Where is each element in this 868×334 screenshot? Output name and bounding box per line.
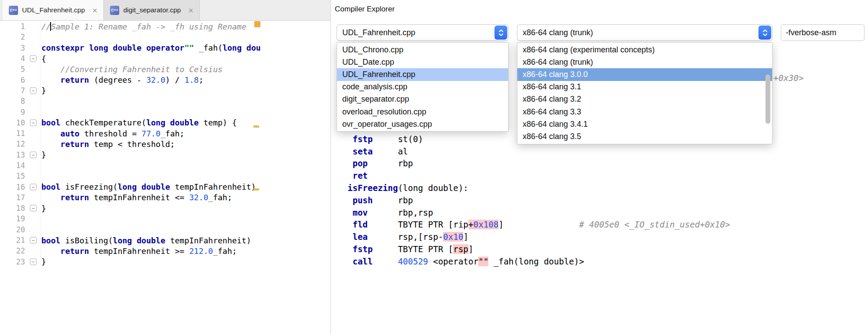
editor-gutter[interactable]: 4−: [0, 53, 40, 64]
code-line: 16−bool isFreezing(long double tempInFah…: [0, 181, 330, 192]
code-segment: "": [184, 43, 194, 52]
line-number: 19: [16, 214, 40, 223]
code-segment: return: [60, 193, 89, 202]
asm-line: fld TBYTE PTR [rip+0x108] # 4005e0 <_IO_…: [348, 219, 868, 231]
code-segment: bool: [41, 236, 60, 245]
panel-title: Compiler Explorer: [335, 5, 395, 14]
editor-gutter[interactable]: 7−: [0, 85, 40, 96]
code-segment: fld: [348, 220, 368, 229]
scrollbar-mark-usage-2[interactable]: [253, 188, 259, 191]
asm-line: mov rbp,rsp: [348, 207, 868, 219]
editor-gutter[interactable]: 21−: [0, 235, 40, 246]
editor-gutter[interactable]: 8: [0, 96, 40, 106]
fold-toggle-icon[interactable]: −: [30, 237, 37, 244]
line-number: 15: [16, 172, 40, 180]
code-line: 13−}: [0, 150, 330, 160]
editor-gutter[interactable]: 3: [0, 43, 40, 53]
compiler-popup-item[interactable]: x86-64 clang 3.4.1: [517, 118, 772, 130]
source-popup-item[interactable]: overload_resolution.cpp: [337, 106, 508, 118]
tab-close-icon[interactable]: ×: [92, 6, 97, 15]
code-segment: return: [60, 246, 89, 256]
code-text: //Sample 1: Rename _fah -> _fh using Ren…: [40, 22, 246, 31]
compiler-popup-item[interactable]: x86-64 clang 3.5: [517, 130, 772, 143]
code-text: return temp < threshold;: [40, 139, 175, 149]
line-number: 1: [21, 22, 40, 31]
source-popup-item[interactable]: digit_separator.cpp: [337, 93, 508, 106]
editor-gutter[interactable]: 2: [0, 32, 40, 42]
source-file-combo[interactable]: UDL_Fahrenheit.cpp: [337, 24, 509, 41]
source-popup-item[interactable]: UDL_Date.cpp: [337, 56, 508, 68]
source-popup-item[interactable]: code_analysis.cpp: [337, 81, 508, 93]
code-segment: (long double):: [398, 183, 468, 193]
code-segment: 1.8: [184, 75, 199, 84]
code-segment: seta: [348, 147, 373, 156]
code-line: 17 return tempInFahrenheit <= 32.0_fah;: [0, 192, 330, 203]
editor-gutter[interactable]: 5: [0, 64, 40, 74]
code-line: 3constexpr long double operator"" _fah(l…: [0, 43, 330, 53]
compiler-popup-item[interactable]: x86-64 clang 3.0.0: [517, 68, 772, 81]
editor-gutter[interactable]: 14: [0, 160, 40, 171]
asm-line: seta al: [348, 146, 868, 158]
code-segment: bool: [41, 118, 60, 127]
code-text: return (degrees - 32.0) / 1.8;: [40, 75, 204, 84]
editor-gutter[interactable]: 19: [0, 213, 40, 224]
editor-gutter[interactable]: 15: [0, 171, 40, 181]
editor-gutter[interactable]: 13−: [0, 150, 40, 160]
code-segment: [41, 193, 60, 202]
code-line: 11 auto threshold = 77.0_fah;: [0, 128, 330, 139]
editor-gutter[interactable]: 18−: [0, 203, 40, 213]
chevron-up-down-icon[interactable]: [494, 26, 507, 40]
code-segment: [41, 75, 60, 84]
editor-gutter[interactable]: 20: [0, 224, 40, 235]
code-segment: [41, 139, 60, 149]
editor-lines: 1//Sample 1: Rename _fah -> _fh using Re…: [0, 21, 330, 267]
editor-gutter[interactable]: 10−: [0, 117, 40, 128]
tab-digit-separator-cpp[interactable]: C++ digit_separator.cpp ×: [104, 0, 200, 20]
chevron-up-down-icon[interactable]: [758, 26, 771, 40]
editor-gutter[interactable]: 11: [0, 128, 40, 139]
fold-toggle-icon[interactable]: −: [30, 119, 37, 126]
code-text: return tempInFahrenheit >= 212.0_fah;: [40, 246, 237, 256]
source-popup-item[interactable]: UDL_Fahrenheit.cpp: [337, 68, 508, 81]
compiler-popup-item[interactable]: x86-64 clang 3.3: [517, 106, 772, 118]
code-text: bool isBoiling(long double tempInFahrenh…: [40, 236, 251, 245]
fold-toggle-icon[interactable]: −: [30, 258, 37, 265]
source-file-combo-value: UDL_Fahrenheit.cpp: [337, 28, 508, 37]
code-text: }: [40, 204, 46, 213]
compiler-options-input[interactable]: [781, 24, 864, 41]
scrollbar-mark-caret[interactable]: [254, 21, 260, 27]
compiler-popup-item[interactable]: x86-64 clang (experimental concepts): [517, 44, 772, 56]
fold-toggle-icon[interactable]: −: [30, 87, 37, 94]
fold-toggle-icon[interactable]: −: [30, 55, 37, 62]
editor-gutter[interactable]: 12: [0, 139, 40, 149]
line-number: 8: [21, 97, 40, 106]
tab-close-icon[interactable]: ×: [188, 6, 193, 15]
code-segment: 400529: [398, 257, 428, 266]
editor-gutter[interactable]: 9: [0, 106, 40, 117]
scrollbar-mark-usage-1[interactable]: [253, 125, 259, 128]
fold-toggle-icon[interactable]: −: [30, 184, 37, 190]
code-segment: long double: [113, 236, 165, 245]
editor-code-area[interactable]: 1//Sample 1: Rename _fah -> _fh using Re…: [0, 21, 330, 334]
editor-gutter[interactable]: 17: [0, 192, 40, 203]
code-segment: tempInFahrenheit): [170, 182, 256, 191]
editor-gutter[interactable]: 22: [0, 246, 40, 256]
editor-gutter[interactable]: 6: [0, 74, 40, 85]
code-text: constexpr long double operator"" _fah(lo…: [40, 43, 261, 52]
tab-udl-fahrenheit-cpp[interactable]: C++ UDL_Fahrenheit.cpp ×: [3, 0, 104, 20]
editor-gutter[interactable]: 16−: [0, 181, 40, 192]
line-number: 9: [21, 108, 40, 117]
code-line: 6 return (degrees - 32.0) / 1.8;: [0, 74, 330, 85]
compiler-popup-item[interactable]: x86-64 clang 3.2: [517, 93, 772, 106]
compiler-popup-item[interactable]: x86-64 clang 3.1: [517, 81, 772, 93]
code-segment: tempInFahrenheit): [165, 236, 251, 245]
fold-toggle-icon[interactable]: −: [30, 205, 37, 212]
fold-toggle-icon[interactable]: −: [30, 151, 37, 158]
compiler-combo[interactable]: x86-64 clang (trunk): [517, 24, 773, 41]
editor-gutter[interactable]: 1: [0, 21, 40, 32]
compiler-popup-item[interactable]: x86-64 clang (trunk): [517, 56, 772, 68]
popup-scrollbar-thumb[interactable]: [765, 74, 770, 124]
source-popup-item[interactable]: ovr_operator_usages.cpp: [337, 118, 508, 130]
editor-gutter[interactable]: 23−: [0, 257, 40, 267]
source-popup-item[interactable]: UDL_Chrono.cpp: [337, 44, 508, 56]
